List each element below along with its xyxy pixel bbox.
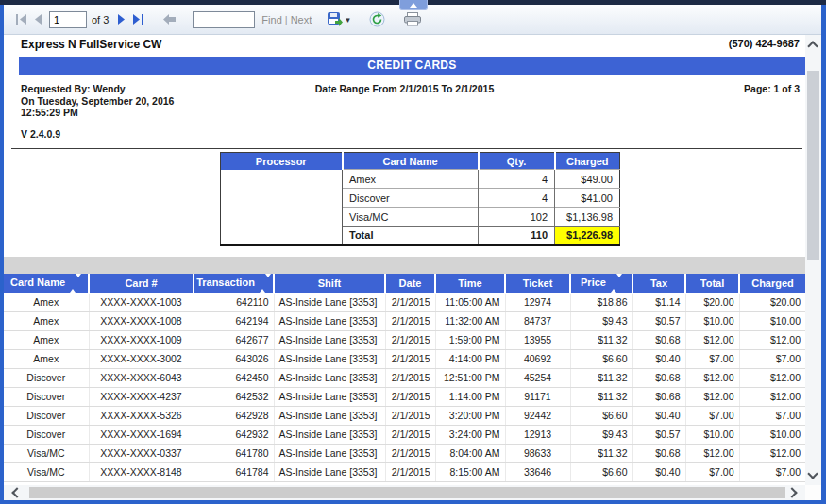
- cell-charged: $7.00: [739, 349, 805, 368]
- cell-price: $6.60: [570, 462, 632, 481]
- cell-card-number: XXXX-XXXX-1003: [89, 293, 194, 311]
- summary-card-name: Visa/MC: [343, 208, 479, 227]
- cell-charged: $12.00: [739, 444, 805, 462]
- cell-charged: $12.00: [739, 387, 805, 406]
- detail-header-price[interactable]: Price: [570, 274, 632, 293]
- table-row: Discover XXXX-XXXX-1694 642932 AS-Inside…: [4, 425, 805, 444]
- next-page-button[interactable]: [114, 11, 129, 27]
- cell-card-name: Amex: [4, 293, 89, 311]
- cell-time: 1:59:00 PM: [435, 330, 505, 349]
- cell-shift: AS-Inside Lane [3353]: [274, 387, 385, 406]
- cell-card-name: Discover: [4, 425, 89, 444]
- cell-time: 12:51:00 PM: [435, 368, 505, 387]
- cell-shift: AS-Inside Lane [3353]: [274, 311, 385, 330]
- table-row: Visa/MC XXXX-XXXX-0337 641780 AS-Inside …: [4, 444, 805, 462]
- detail-header-total: Total: [685, 274, 739, 293]
- cell-tax: $0.68: [632, 387, 685, 406]
- cell-total: $7.00: [685, 406, 739, 425]
- detail-header-card-number: Card #: [89, 274, 194, 293]
- vertical-scrollbar[interactable]: [805, 35, 821, 485]
- cell-time: 3:24:00 PM: [435, 425, 505, 444]
- refresh-button[interactable]: [366, 8, 388, 30]
- requested-time: 12:55:29 PM: [21, 107, 174, 119]
- table-row: Amex XXXX-XXXX-1008 642194 AS-Inside Lan…: [4, 311, 805, 330]
- cell-transaction: 642450: [194, 368, 274, 387]
- report-page: Express N FullService CW (570) 424-9687 …: [4, 35, 805, 485]
- next-page-icon: [117, 14, 126, 25]
- summary-header-card-name: Card Name: [343, 153, 479, 170]
- collapse-panel-tab[interactable]: [399, 0, 428, 10]
- find-next-button[interactable]: Next: [291, 14, 312, 25]
- cell-transaction: 642677: [194, 330, 274, 349]
- cell-transaction: 642932: [194, 425, 274, 444]
- scroll-left-icon[interactable]: [11, 487, 22, 497]
- cell-card-name: Amex: [4, 330, 89, 349]
- cell-shift: AS-Inside Lane [3353]: [274, 293, 385, 311]
- prev-page-button[interactable]: [30, 11, 45, 27]
- table-row: Amex XXXX-XXXX-3002 643026 AS-Inside Lan…: [4, 349, 805, 368]
- detail-header-shift: Shift: [274, 274, 385, 293]
- table-row: Discover XXXX-XXXX-6043 642450 AS-Inside…: [4, 368, 805, 387]
- detail-header-transaction[interactable]: Transaction: [194, 274, 274, 293]
- cell-card-number: XXXX-XXXX-3002: [89, 349, 194, 368]
- cell-card-number: XXXX-XXXX-6043: [89, 368, 194, 387]
- cell-transaction: 641780: [194, 444, 274, 462]
- horizontal-scrollbar-thumb[interactable]: [29, 487, 785, 498]
- sort-icon: [70, 277, 81, 289]
- prev-page-icon: [33, 14, 42, 25]
- page-number-input[interactable]: [49, 11, 87, 28]
- window-left-border: [0, 5, 4, 504]
- horizontal-scrollbar[interactable]: [4, 485, 805, 500]
- date-range-label: Date Range From 2/1/2015 To 2/1/2015: [4, 83, 805, 94]
- cell-total: $7.00: [685, 349, 739, 368]
- cell-transaction: 642110: [194, 293, 274, 311]
- scroll-down-icon[interactable]: [807, 468, 818, 479]
- cell-card-number: XXXX-XXXX-5326: [89, 406, 194, 425]
- cell-total: $20.00: [685, 293, 739, 311]
- table-row: Amex XXXX-XXXX-1003 642110 AS-Inside Lan…: [4, 293, 805, 311]
- cell-card-number: XXXX-XXXX-1009: [89, 330, 194, 349]
- sort-icon: [611, 277, 622, 289]
- cell-card-name: Discover: [4, 406, 89, 425]
- detail-header-card-name[interactable]: Card Name: [4, 274, 89, 293]
- cell-tax: $0.57: [632, 311, 685, 330]
- cell-ticket: 45254: [505, 368, 570, 387]
- find-button[interactable]: Find: [261, 14, 281, 25]
- export-button[interactable]: ▾: [325, 9, 353, 30]
- scroll-up-icon[interactable]: [807, 41, 818, 51]
- cell-tax: $0.57: [632, 425, 685, 444]
- cell-total: $12.00: [685, 444, 739, 462]
- scroll-right-icon[interactable]: [786, 487, 797, 497]
- cell-total: $12.00: [685, 330, 739, 349]
- summary-qty: 4: [479, 170, 555, 189]
- cell-time: 3:20:00 PM: [435, 406, 505, 425]
- summary-total-qty: 110: [479, 227, 555, 245]
- cell-shift: AS-Inside Lane [3353]: [274, 406, 385, 425]
- print-icon: [404, 12, 421, 26]
- summary-header-charged: Charged: [555, 153, 620, 170]
- cell-ticket: 40692: [505, 349, 570, 368]
- back-to-parent-button[interactable]: [160, 11, 179, 27]
- cell-tax: $0.40: [632, 462, 685, 481]
- cell-date: 2/1/2015: [385, 330, 435, 349]
- first-page-button[interactable]: [12, 11, 30, 27]
- find-next-separator: |: [285, 14, 288, 25]
- report-viewer-window: of 3 Find | Next ▾: [0, 0, 826, 504]
- cell-time: 8:15:00 AM: [435, 462, 505, 481]
- cell-price: $11.32: [570, 330, 632, 349]
- print-button[interactable]: [401, 9, 424, 29]
- summary-table: Processor Card Name Qty. Charged Amex 4 …: [220, 152, 620, 246]
- last-page-button[interactable]: [129, 11, 147, 27]
- cell-card-number: XXXX-XXXX-0337: [89, 444, 194, 462]
- summary-row: Amex 4 $49.00: [221, 170, 620, 189]
- cell-tax: $0.68: [632, 444, 685, 462]
- search-input[interactable]: [193, 11, 255, 28]
- summary-total-label: Total: [343, 227, 479, 245]
- cell-transaction: 642194: [194, 311, 274, 330]
- vertical-scrollbar-thumb[interactable]: [807, 71, 819, 260]
- cell-tax: $0.40: [632, 349, 685, 368]
- cell-date: 2/1/2015: [385, 349, 435, 368]
- cell-price: $6.60: [570, 406, 632, 425]
- cell-date: 2/1/2015: [385, 311, 435, 330]
- cell-charged: $12.00: [739, 368, 805, 387]
